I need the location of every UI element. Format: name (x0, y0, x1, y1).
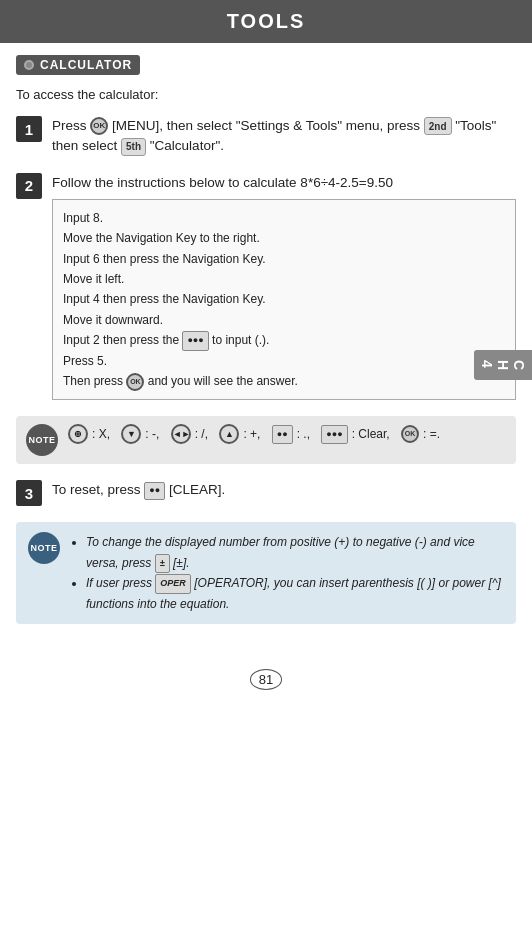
instr-line-9: Then press OK and you will see the answe… (63, 371, 505, 391)
step-2-content: Follow the instructions below to calcula… (52, 173, 516, 401)
step-3-text-a: To reset, press (52, 482, 144, 497)
step-number-3: 3 (16, 480, 42, 506)
main-content: CALCULATOR To access the calculator: 1 P… (0, 43, 532, 652)
operator-key-inline: ●●● (182, 331, 208, 350)
access-text: To access the calculator: (16, 87, 516, 102)
instr-line-4: Move it left. (63, 269, 505, 289)
step-3-text-b: [CLEAR]. (169, 482, 225, 497)
ok-key: OK (90, 117, 108, 135)
step-1-content: Press OK [MENU], then select "Settings &… (52, 116, 516, 157)
calculator-badge: CALCULATOR (16, 55, 140, 75)
note-1-box: NOTE ⊕ : X, ▼ : -, ◄► : /, ▲ : +, ●● : .… (16, 416, 516, 464)
step-3-content: To reset, press ●● [CLEAR]. (52, 480, 516, 500)
step-1-text-a: [MENU], then select "Settings & Tools" m… (112, 118, 424, 133)
menu-key-5th: 5th (121, 138, 146, 156)
note-1-text: ⊕ : X, ▼ : -, ◄► : /, ▲ : +, ●● : ., ●●●… (68, 424, 440, 444)
note-1-label: NOTE (28, 435, 55, 445)
note-dot-label: : ., (297, 425, 310, 444)
step-2: 2 Follow the instructions below to calcu… (16, 173, 516, 401)
nav-key-down: ▼ (121, 424, 141, 444)
step-2-text: Follow the instructions below to calcula… (52, 175, 393, 190)
chapter-tab: CH4 (474, 350, 532, 380)
note-eq-label: : =. (423, 425, 440, 444)
instr-line-3: Input 6 then press the Navigation Key. (63, 249, 505, 269)
note-x-label: : X, (92, 425, 110, 444)
badge-label: CALCULATOR (40, 58, 132, 72)
note-plus-label: : +, (243, 425, 260, 444)
clear-key: ●● (144, 482, 165, 500)
ok-key-inline: OK (126, 373, 144, 391)
nav-key-up: ▲ (219, 424, 239, 444)
menu-key-2nd: 2nd (424, 117, 452, 135)
header-title: TOOLS (227, 10, 306, 32)
page-number: 81 (0, 672, 532, 687)
operator-key: OPER (155, 574, 191, 593)
note-2-icon: NOTE (28, 532, 60, 564)
nav-key-leftright: ◄► (171, 424, 191, 444)
note-minus-label: : -, (145, 425, 159, 444)
badge-dot (24, 60, 34, 70)
note-div-label: : /, (195, 425, 208, 444)
step-number-1: 1 (16, 116, 42, 142)
instr-line-1: Input 8. (63, 208, 505, 228)
chapter-label: CH4 (479, 360, 527, 370)
nav-key-circle: ⊕ (68, 424, 88, 444)
instr-line-8: Press 5. (63, 351, 505, 371)
note-2-bullet-1: To change the displayed number from posi… (86, 532, 504, 573)
step-1: 1 Press OK [MENU], then select "Settings… (16, 116, 516, 157)
note-1-icon: NOTE (26, 424, 58, 456)
step-3: 3 To reset, press ●● [CLEAR]. (16, 480, 516, 506)
instr-line-7: Input 2 then press the ●●● to input (.). (63, 330, 505, 350)
note-2-bullet-2: If user press OPER [OPERATOR], you can i… (86, 573, 504, 614)
rect-key-dot: ●● (272, 425, 293, 443)
page-header: TOOLS (0, 0, 532, 43)
ok-key-note: OK (401, 425, 419, 443)
page-number-value: 81 (250, 669, 282, 690)
instruction-box: Input 8. Move the Navigation Key to the … (52, 199, 516, 401)
step-1-text-c: "Calculator". (150, 138, 224, 153)
note-clear-label: : Clear, (352, 425, 390, 444)
rect-key-clear: ●●● (321, 425, 347, 443)
note-2-box: NOTE To change the displayed number from… (16, 522, 516, 624)
note-2-label: NOTE (30, 543, 57, 553)
instr-line-2: Move the Navigation Key to the right. (63, 228, 505, 248)
instr-line-5: Input 4 then press the Navigation Key. (63, 289, 505, 309)
note-2-bullets: To change the displayed number from posi… (70, 532, 504, 614)
instr-line-6: Move it downward. (63, 310, 505, 330)
plusminus-key: ± (155, 554, 170, 573)
step-number-2: 2 (16, 173, 42, 199)
